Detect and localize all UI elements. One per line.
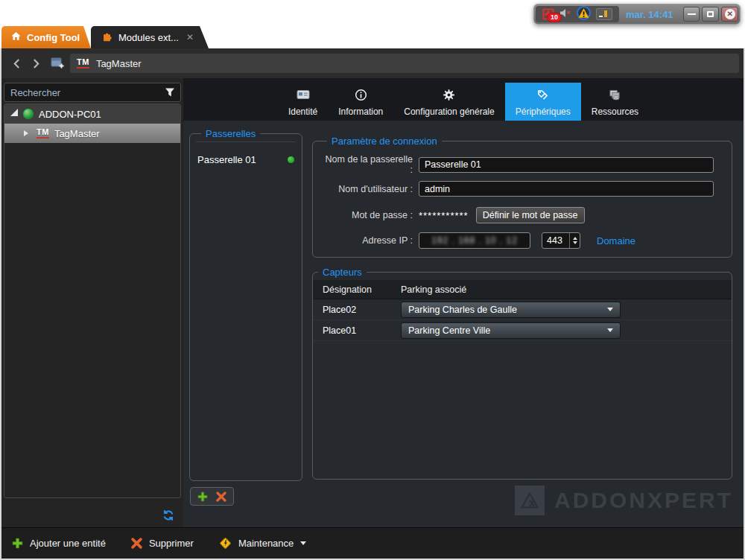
username-input[interactable] (419, 181, 714, 197)
addonxpert-logo-icon (515, 486, 545, 515)
back-arrow-icon[interactable] (13, 57, 24, 69)
expand-arrow-icon[interactable] (10, 109, 18, 116)
warning-icon[interactable] (577, 6, 591, 23)
domain-link[interactable]: Domaine (597, 235, 635, 246)
navigation-bar: TM TagMaster (1, 48, 744, 78)
puzzle-icon (101, 31, 112, 45)
tab-information-label: Information (338, 106, 383, 117)
ip-address-label: Adresse IP : (322, 235, 413, 246)
entity-tree: ADDON-PC01 TM TagMaster (4, 104, 181, 498)
gateways-title: Passerelles (201, 128, 260, 139)
breadcrumb-label: TagMaster (96, 58, 142, 69)
maintenance-menu-button[interactable]: Maintenance (219, 537, 306, 550)
connection-title: Paramètre de connexion (327, 136, 442, 147)
tab-ressources-label: Ressources (592, 106, 638, 117)
home-icon (10, 31, 22, 44)
minimize-button[interactable] (683, 7, 700, 22)
close-button[interactable]: ✕ (721, 7, 738, 22)
gateway-actions-toolbar (190, 487, 234, 506)
activity-icon[interactable] (596, 8, 612, 20)
connection-groupbox: Paramètre de connexion Nom de la passere… (312, 136, 732, 258)
refresh-icon[interactable] (162, 509, 174, 521)
table-row: Place02 Parking Charles de Gaulle (313, 299, 732, 320)
tray-clock: mar. 14:41 (626, 9, 673, 20)
tree-item-tagmaster[interactable]: TM TagMaster (4, 124, 180, 143)
gateway-name-label: Nom de la passerelle : (322, 154, 413, 175)
collapse-arrow-icon[interactable] (24, 130, 31, 136)
chevron-down-icon (300, 541, 306, 548)
gateway-name-input[interactable] (419, 157, 714, 173)
maintenance-label: Maintenance (238, 538, 294, 549)
restore-button[interactable] (702, 7, 719, 22)
online-status-dot (288, 156, 294, 163)
delete-label: Supprimer (149, 538, 194, 549)
window-tab-bar: Config Tool Modules ext... ✕ (0, 26, 745, 48)
bottom-action-bar: Ajouter une entité Supprimer Maintenance (1, 527, 744, 559)
sensors-groupbox: Capteurs Désignation Parking associé Pla… (312, 267, 732, 480)
breadcrumb[interactable]: TM TagMaster (70, 54, 739, 73)
add-entity-button[interactable]: Ajouter une entité (12, 538, 106, 549)
chevron-down-icon (607, 308, 613, 314)
port-spinner[interactable]: 443 (542, 232, 580, 249)
tab-identite[interactable]: Identité (278, 83, 328, 121)
module-tab-strip: Identité Information Configuration génér… (183, 78, 744, 121)
sidebar: ADDON-PC01 TM TagMaster (1, 78, 183, 527)
search-input[interactable] (4, 87, 165, 98)
tree-item-server[interactable]: ADDON-PC01 (4, 104, 180, 124)
tab-close-icon[interactable]: ✕ (186, 32, 209, 42)
tab-modules-ext[interactable]: Modules ext... ✕ (91, 26, 209, 48)
gateways-groupbox: Passerelles Passerelle 01 (189, 128, 302, 481)
gear-icon (443, 88, 455, 101)
id-card-icon (297, 88, 310, 101)
set-password-button[interactable]: Définir le mot de passe (476, 207, 585, 223)
app-window: Config Tool Modules ext... ✕ TM TagMaste (0, 26, 745, 560)
main-panel: Identité Information Configuration génér… (183, 78, 744, 527)
peripheriques-content: Passerelles Passerelle 01 Paramètre de c… (183, 121, 744, 527)
tab-peripheriques-label: Périphériques (516, 106, 571, 117)
server-globe-icon (23, 109, 34, 119)
tagmaster-logo-icon: TM (77, 58, 89, 69)
alerts-icon[interactable]: 10 (542, 8, 554, 20)
search-box (4, 83, 181, 102)
tray-icon-group: 10 (536, 6, 619, 22)
devices-tag-icon (536, 88, 550, 101)
spin-down-icon[interactable] (573, 241, 577, 246)
tab-configuration-generale[interactable]: Configuration générale (393, 83, 504, 121)
sensor-designation: Place02 (313, 305, 401, 315)
parking-select[interactable]: Parking Centre Ville (401, 322, 621, 339)
info-icon (355, 88, 367, 101)
column-parking: Parking associé (401, 284, 466, 295)
gateway-list-item[interactable]: Passerelle 01 (196, 151, 296, 168)
tab-ressources[interactable]: Ressources (581, 83, 649, 121)
sensors-title: Capteurs (318, 267, 367, 278)
tab-peripheriques[interactable]: Périphériques (505, 83, 581, 121)
parking-select-value: Parking Centre Ville (408, 325, 490, 336)
tab-modules-ext-label: Modules ext... (118, 32, 179, 43)
delete-button[interactable]: Supprimer (131, 538, 194, 549)
ip-address-input[interactable]: 192 . 168 . 10 . 12 (419, 232, 530, 249)
username-label: Nom d'utilisateur : (322, 184, 413, 194)
window-frame: TM TagMaster ADDON-PC01 (0, 48, 745, 560)
tab-configuration-generale-label: Configuration générale (404, 106, 494, 117)
tab-identite-label: Identité (288, 106, 317, 117)
tab-information[interactable]: Information (328, 83, 393, 121)
forward-arrow-icon[interactable] (33, 57, 43, 69)
delete-gateway-button[interactable] (213, 490, 229, 503)
spin-up-icon[interactable] (573, 235, 577, 240)
parking-select-value: Parking Charles de Gaulle (408, 305, 517, 315)
ip-address-value: 192 . 168 . 10 . 12 (431, 235, 518, 246)
add-view-icon[interactable] (51, 57, 65, 72)
tab-config-tool[interactable]: Config Tool (1, 26, 91, 48)
divider (196, 141, 296, 142)
password-label: Mot de passe : (322, 210, 413, 220)
filter-funnel-icon[interactable] (165, 87, 180, 98)
add-gateway-button[interactable] (194, 490, 211, 503)
alert-count-badge: 10 (547, 13, 562, 22)
addonxpert-watermark: ADDONXPERT (515, 486, 733, 515)
spinner-buttons[interactable] (569, 233, 580, 248)
sensors-table-header: Désignation Parking associé (313, 280, 732, 299)
chevron-down-icon (607, 328, 613, 335)
gateway-label: Passerelle 01 (197, 154, 256, 165)
resources-stack-icon (609, 88, 621, 101)
parking-select[interactable]: Parking Charles de Gaulle (401, 302, 621, 318)
